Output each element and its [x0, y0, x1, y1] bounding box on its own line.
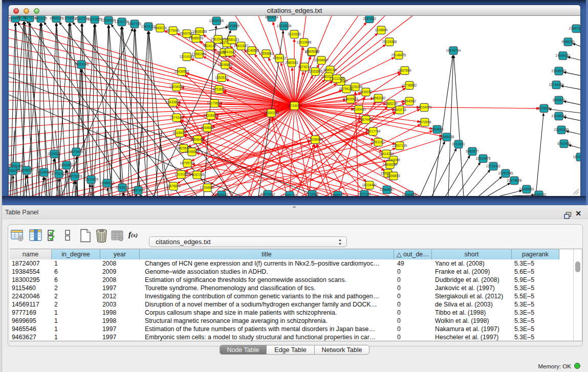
svg-text:19098556: 19098556 — [185, 150, 200, 154]
svg-text:22439587: 22439587 — [175, 70, 189, 73]
svg-text:18922760: 18922760 — [573, 155, 580, 159]
svg-text:13805018: 13805018 — [305, 50, 320, 53]
svg-text:9034686: 9034686 — [201, 126, 214, 129]
svg-text:21433649: 21433649 — [166, 100, 181, 104]
svg-text:8811165: 8811165 — [35, 16, 48, 20]
svg-text:18034339: 18034339 — [169, 85, 184, 89]
svg-text:6482877: 6482877 — [466, 149, 479, 153]
svg-text:16224441: 16224441 — [362, 183, 377, 187]
svg-text:19563180: 19563180 — [371, 96, 386, 100]
svg-text:19085076: 19085076 — [189, 36, 204, 40]
svg-text:6368105: 6368105 — [323, 68, 337, 72]
svg-text:2087662: 2087662 — [363, 17, 376, 20]
svg-text:9816145: 9816145 — [203, 44, 216, 48]
svg-text:17394887: 17394887 — [200, 186, 215, 189]
svg-text:9436057: 9436057 — [359, 90, 373, 94]
svg-text:3220921: 3220921 — [48, 152, 61, 156]
svg-text:20994697: 20994697 — [314, 58, 329, 62]
svg-text:17796882: 17796882 — [402, 83, 417, 87]
svg-text:19218506: 19218506 — [277, 24, 292, 28]
svg-text:13546466: 13546466 — [190, 138, 205, 141]
svg-text:22306335: 22306335 — [554, 128, 569, 132]
svg-text:21097245: 21097245 — [190, 173, 205, 177]
svg-text:9953167: 9953167 — [372, 140, 385, 144]
svg-text:6742460: 6742460 — [557, 142, 571, 145]
svg-text:14460856: 14460856 — [402, 193, 417, 196]
svg-text:3131636: 3131636 — [288, 32, 301, 36]
svg-text:23936053: 23936053 — [552, 69, 567, 73]
svg-text:18034970: 18034970 — [417, 105, 432, 109]
svg-text:19836388: 19836388 — [192, 30, 207, 33]
svg-text:11014145: 11014145 — [180, 55, 194, 58]
svg-text:8813014: 8813014 — [265, 16, 278, 19]
svg-text:17559643: 17559643 — [259, 52, 274, 55]
svg-text:13146585: 13146585 — [245, 49, 259, 52]
svg-text:13179613: 13179613 — [207, 101, 222, 105]
svg-text:8079409: 8079409 — [70, 150, 83, 154]
svg-text:5793975: 5793975 — [116, 186, 129, 189]
svg-text:1653531: 1653531 — [215, 76, 228, 79]
svg-text:8215958: 8215958 — [537, 106, 551, 110]
svg-text:10848230: 10848230 — [383, 163, 398, 166]
svg-text:3395870: 3395870 — [552, 98, 565, 102]
svg-text:21439044: 21439044 — [552, 114, 567, 118]
svg-text:21012166: 21012166 — [330, 77, 344, 80]
svg-text:16510878: 16510878 — [476, 157, 491, 160]
svg-text:8134562: 8134562 — [37, 170, 51, 174]
svg-text:25183411: 25183411 — [352, 107, 366, 111]
svg-text:4843718: 4843718 — [393, 108, 406, 112]
svg-text:10057945: 10057945 — [498, 171, 513, 175]
svg-text:25465435: 25465435 — [440, 135, 454, 139]
svg-text:18096865: 18096865 — [218, 63, 233, 67]
svg-text:16396513: 16396513 — [100, 181, 115, 185]
svg-text:22570529: 22570529 — [84, 178, 99, 181]
svg-text:7674349: 7674349 — [170, 116, 183, 119]
svg-text:12414394: 12414394 — [379, 152, 394, 156]
svg-text:4570554: 4570554 — [418, 120, 431, 124]
svg-text:23971842: 23971842 — [260, 192, 275, 196]
svg-text:13910648: 13910648 — [297, 40, 312, 44]
svg-text:9837869: 9837869 — [398, 69, 411, 72]
svg-text:2077105: 2077105 — [358, 192, 371, 196]
svg-text:9983893: 9983893 — [430, 127, 444, 131]
svg-text:14401657: 14401657 — [234, 44, 249, 48]
svg-text:9958289: 9958289 — [561, 40, 575, 43]
svg-text:11584847: 11584847 — [380, 188, 395, 191]
svg-text:19017734: 19017734 — [366, 129, 381, 133]
svg-text:25229388: 25229388 — [382, 40, 397, 43]
svg-text:19338454: 19338454 — [308, 138, 323, 141]
svg-text:1019189: 1019189 — [175, 172, 188, 176]
svg-text:4050413: 4050413 — [273, 56, 286, 60]
svg-text:6306893: 6306893 — [387, 174, 400, 178]
svg-text:23874404: 23874404 — [359, 118, 374, 121]
svg-text:9214491: 9214491 — [452, 142, 465, 146]
svg-text:25089205: 25089205 — [9, 169, 20, 172]
svg-text:22744459: 22744459 — [549, 83, 564, 86]
svg-text:11876872: 11876872 — [166, 184, 181, 188]
svg-text:25148476: 25148476 — [391, 53, 406, 57]
svg-text:25300233: 25300233 — [264, 111, 279, 115]
svg-text:18754131: 18754131 — [339, 87, 354, 91]
svg-text:2876966: 2876966 — [306, 192, 319, 196]
svg-text:9887903: 9887903 — [132, 188, 145, 192]
svg-text:23826523: 23826523 — [343, 97, 358, 101]
svg-text:18795716: 18795716 — [180, 161, 195, 165]
svg-text:11558837: 11558837 — [19, 168, 34, 172]
svg-text:5685216: 5685216 — [154, 26, 167, 30]
svg-text:1385239: 1385239 — [384, 102, 398, 105]
svg-text:12920906: 12920906 — [209, 19, 224, 23]
svg-text:22992872: 22992872 — [59, 163, 74, 167]
svg-text:5641643: 5641643 — [223, 50, 236, 54]
svg-text:8029889: 8029889 — [226, 24, 239, 28]
svg-text:16213925: 16213925 — [88, 17, 102, 21]
svg-text:11881122: 11881122 — [282, 193, 297, 196]
svg-text:8369062: 8369062 — [215, 193, 228, 196]
svg-text:6457765: 6457765 — [128, 22, 141, 26]
svg-text:8685577: 8685577 — [331, 193, 344, 196]
svg-text:4753657: 4753657 — [212, 87, 226, 91]
svg-text:2580963: 2580963 — [285, 61, 298, 64]
svg-text:13241736: 13241736 — [115, 20, 129, 24]
svg-text:20580115: 20580115 — [225, 38, 239, 41]
svg-text:18724007: 18724007 — [287, 104, 302, 107]
svg-text:6994562: 6994562 — [403, 99, 416, 103]
